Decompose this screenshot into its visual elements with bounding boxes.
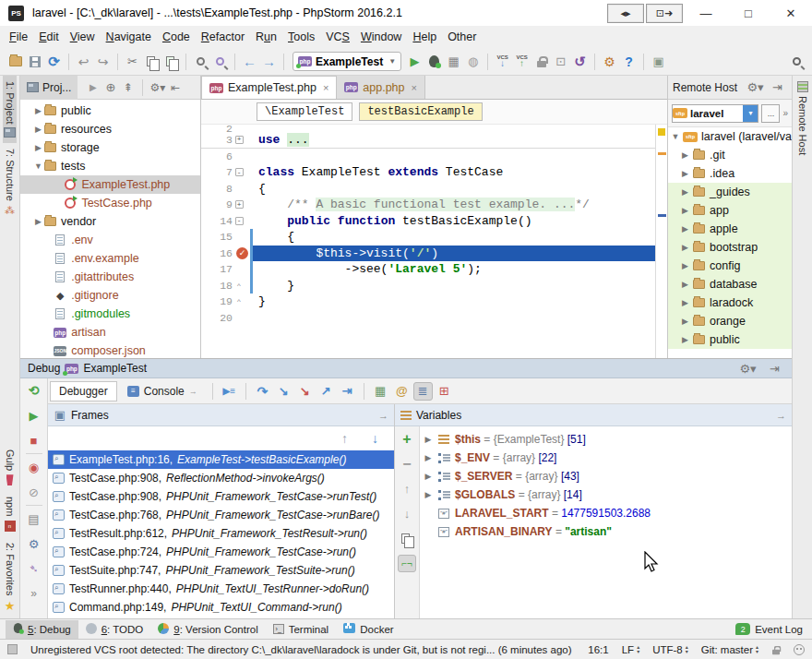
toolwindow-terminal[interactable]: ›_Terminal [266,620,336,639]
remote-item-bootstrap[interactable]: ▶bootstrap [668,238,792,257]
stripe-1-project[interactable]: 1: Project [3,76,17,143]
float-panel-icon[interactable]: → [776,410,786,421]
menu-navigate[interactable]: Navigate [101,28,157,46]
project-item-exampletest-php[interactable]: ExampleTest.php [20,175,200,194]
code-line-16[interactable]: 16✓ $this->visit('/') [201,246,655,262]
code-line-15[interactable]: 15 { [201,229,655,246]
open-folder-icon[interactable] [6,53,25,71]
toolwindow-docker[interactable]: Docker [336,620,400,639]
variable-artisan-binary[interactable]: "#"ARTISAN_BINARY = "artisan" [420,522,792,541]
expand-arrow-icon[interactable]: ▶ [33,106,43,115]
project-item-tests[interactable]: ▼tests [20,157,200,175]
view-breakpoints-icon[interactable]: ◉ [25,458,43,476]
code-line-3[interactable]: 3+use ... [201,132,655,149]
code-line-19[interactable]: 19^} [201,294,655,310]
breadcrumb-testbasicexample[interactable]: testBasicExample [359,102,482,121]
resume-icon[interactable]: ▶ [25,406,43,425]
locate-icon[interactable]: ⊕ [102,78,118,97]
event-log-button[interactable]: Event Log [755,624,803,635]
hide-panel-icon[interactable]: ⇤ [167,78,183,97]
stripe-2-favorites[interactable]: 2: Favorites★ [4,537,17,618]
variable--this[interactable]: ▶$this = {ExampleTest} [51] [420,430,792,449]
menu-run[interactable]: Run [250,28,282,46]
frame-row[interactable]: TestResult.php:612, PHPUnit_Framework_Te… [48,524,394,543]
sync-icon[interactable]: ⟳ [44,53,64,71]
vcs-commit-icon[interactable]: VCS↑ [512,53,531,71]
lock-icon[interactable] [772,649,780,654]
collapse-all-icon[interactable]: ⇞ [120,78,136,97]
menu-refactor[interactable]: Refactor [196,28,250,46]
remote-more-button[interactable]: ... [761,104,780,123]
menu-other[interactable]: Other [442,28,482,46]
frame-row[interactable]: TestRunner.php:440, PHPUnit_TextUI_TestR… [48,580,394,598]
nav-forward-icon[interactable]: → [259,53,279,71]
add-watch-icon[interactable]: + [398,430,416,448]
project-item-artisan[interactable]: phpartisan [20,323,200,341]
stripe-remote-host[interactable]: Remote Host [796,76,809,161]
force-step-into-icon[interactable]: ↘ [295,382,315,401]
tab-app-php[interactable]: phpapp.php× [337,76,425,99]
project-item-storage[interactable]: ▶storage [20,138,200,157]
menu-vcs[interactable]: VCS [320,28,355,46]
debug-tab-console[interactable]: ≡Console→ [119,381,206,401]
line-separator[interactable]: LF▴▾ [622,644,639,655]
nav-play-icon[interactable]: ▶ [85,78,101,97]
pin-tab-icon[interactable]: ➴ [25,559,43,578]
variable--globals[interactable]: ▶$GLOBALS = {array} [14] [420,485,792,504]
frame-down-icon[interactable]: ↓ [365,429,385,448]
vcs-update-icon[interactable]: VCS↓ [493,53,512,71]
breadcrumb--exampletest[interactable]: \ExampleTest [257,102,352,121]
status-message[interactable]: Unregistered VCS root detected: The dire… [30,644,575,655]
git-branch[interactable]: Git: master▴▾ [701,644,758,655]
remote-item-database[interactable]: ▶database [668,275,792,294]
remote-item--idea[interactable]: ▶.idea [668,164,792,183]
maximize-button[interactable]: □ [727,0,770,26]
menu-window[interactable]: Window [355,28,407,46]
caret-position[interactable]: 16:1 [588,644,608,655]
cut-icon[interactable]: ✂ [123,53,142,71]
frame-row[interactable]: TestCase.php:908, PHPUnit_Framework_Test… [48,487,394,506]
code-line-8[interactable]: 8{ [201,181,655,198]
hector-icon[interactable] [794,644,805,655]
code-line-2[interactable]: 2 [201,125,655,132]
debug-settings-icon[interactable]: ⚙ [25,534,43,553]
variable-laravel-start[interactable]: "#"LARAVEL_START = 1477591503.2688 [420,504,792,522]
project-item-resources[interactable]: ▶resources [20,120,200,138]
restore-layout2-icon[interactable]: ⊞ [435,382,454,401]
code-line-17[interactable]: 17 ->see('Laravel 5'); [201,261,655,278]
remove-watch-icon[interactable]: − [398,455,416,473]
project-item--gitignore[interactable]: ◆.gitignore [20,286,200,305]
run-to-cursor-icon[interactable]: ⇥ [338,382,357,401]
show-watches-icon[interactable]: ⌐¬ [398,555,416,572]
nav-back-icon[interactable]: ← [240,53,259,71]
project-item--env[interactable]: .env [20,231,200,249]
code-line-20[interactable]: 20 [201,310,655,327]
evaluate-icon[interactable]: ▦ [371,382,390,401]
settings-gear-icon[interactable]: ⚙▾ [149,78,165,97]
code-line-14[interactable]: 14- public function testBasicExample() [201,213,655,230]
remote-item-app[interactable]: ▶app [668,201,792,220]
frame-row[interactable]: ExampleTest.php:16, ExampleTest->testBas… [48,450,394,469]
undo-arrow-icon[interactable]: ↩ [74,53,93,71]
expand-arrow-icon[interactable]: ▶ [33,217,43,226]
code-line-6[interactable]: 6 [201,149,655,165]
run-config-select[interactable]: phpExampleTest▼ [293,52,401,71]
stripe-npm[interactable]: npmn [4,491,17,536]
menu-edit[interactable]: Edit [33,28,65,46]
restore-layout-icon[interactable]: ▤ [25,509,43,528]
settings-gear-icon[interactable]: ⚙▾ [746,78,765,97]
code-line-18[interactable]: 18^ } [201,278,655,294]
project-item-public[interactable]: ▶public [20,102,200,120]
menu-file[interactable]: File [4,28,33,46]
stop-icon[interactable]: ■ [25,431,43,449]
step-out-icon[interactable]: ↗ [316,382,336,401]
coverage-icon[interactable]: ▦ [444,53,463,71]
frame-row[interactable]: TestCase.php:724, PHPUnit_Framework_Test… [48,543,394,561]
move-down-icon[interactable]: ↓ [398,505,416,522]
remote-item--guides[interactable]: ▶_guides [668,183,792,201]
project-item-testcase-php[interactable]: TestCase.php [20,194,200,212]
frame-up-icon[interactable]: ↑ [335,429,354,448]
install-device-icon[interactable]: ▣ [649,53,668,71]
project-item-vendor[interactable]: ▶vendor [20,212,200,231]
toolwindow-5-debug[interactable]: 5: Debug [6,620,78,639]
